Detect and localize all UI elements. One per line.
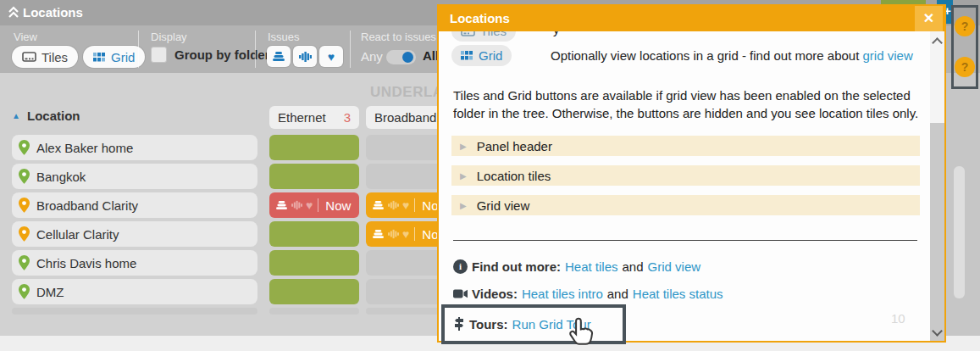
clipped-tiles-row: Tiles y: [451, 31, 706, 44]
accordion-panel-header[interactable]: ▶ Panel header: [451, 136, 920, 156]
view-group-label: View: [14, 31, 37, 43]
toolbar-separator: [255, 31, 256, 68]
grid-description-text: Optionally view locations in a grid - fi…: [551, 48, 859, 63]
status-cell-ethernet[interactable]: [269, 250, 359, 276]
toggle-knob: [402, 52, 413, 63]
scroll-up-icon[interactable]: [932, 37, 943, 48]
help-dialog: Locations ✕ Tiles y Grid Optionally view…: [437, 4, 946, 343]
heat-tiles-intro-link[interactable]: Heat tiles intro: [522, 287, 603, 301]
video-camera-icon: [453, 289, 468, 298]
location-pin-green-icon: [19, 255, 30, 270]
clipped-text-fragment: y: [553, 31, 560, 36]
status-cell-ethernet[interactable]: [269, 221, 359, 247]
panel-title: Locations: [23, 0, 83, 25]
videos-label: Videos:: [472, 287, 518, 301]
group-by-folder-checkbox[interactable]: [151, 47, 167, 63]
dialog-header[interactable]: Locations ✕: [439, 6, 944, 31]
location-row[interactable]: Chris Davis home: [12, 250, 257, 276]
help-button-top[interactable]: ?: [955, 16, 975, 36]
main-scrollbar[interactable]: [954, 166, 965, 298]
ethernet-column-header[interactable]: Ethernet 3: [269, 106, 359, 129]
ethernet-issue-count: 3: [344, 110, 351, 125]
issues-group-label: Issues: [268, 31, 300, 43]
cell-divider: [414, 198, 415, 212]
close-dialog-button[interactable]: ✕: [915, 6, 943, 31]
accordion-label: Panel header: [477, 139, 552, 153]
status-cell-ethernet[interactable]: [269, 164, 359, 189]
tiles-view-button[interactable]: Tiles: [12, 46, 78, 68]
heart-icon: ♥: [328, 51, 335, 63]
conjunction: and: [623, 259, 644, 274]
collapse-panel-icon[interactable]: [7, 6, 20, 22]
accordion-arrow-icon: ▶: [460, 201, 467, 210]
dialog-page-number: 10: [891, 311, 905, 326]
grid-icon: [461, 51, 473, 60]
toolbar-separator: [350, 31, 351, 68]
signal-issue-filter-button[interactable]: [293, 46, 317, 67]
location-name: DMZ: [36, 285, 64, 299]
heat-tiles-link[interactable]: Heat tiles: [565, 259, 618, 274]
location-row[interactable]: DMZ: [12, 279, 257, 304]
load-issue-filter-button[interactable]: [267, 46, 291, 67]
react-toggle[interactable]: [386, 50, 416, 64]
location-row[interactable]: Alex Baker home: [12, 135, 257, 160]
status-cell-ethernet[interactable]: [269, 279, 359, 304]
dialog-paragraph: Tiles and Grid buttons are available if …: [453, 86, 921, 122]
react-group-label: React to issues: [361, 31, 436, 43]
status-cell-ethernet[interactable]: [269, 135, 359, 160]
hand-cursor-icon: [566, 315, 600, 347]
signal-issue-icon: [291, 200, 302, 210]
cell-divider: [414, 227, 415, 241]
react-any-label: Any: [361, 49, 383, 64]
info-icon: i: [453, 259, 468, 274]
sort-ascending-icon[interactable]: ▲: [12, 111, 20, 120]
location-pin-green-icon: [19, 169, 30, 184]
accordion-grid-view[interactable]: ▶ Grid view: [451, 195, 920, 215]
location-name: Bangkok: [36, 170, 86, 184]
health-issue-filter-button[interactable]: ♥: [319, 46, 343, 67]
divider: [453, 240, 917, 241]
help-button-bottom[interactable]: ?: [955, 57, 975, 77]
accordion-location-tiles[interactable]: ▶ Location tiles: [451, 165, 920, 186]
location-pin-orange-icon: [19, 226, 30, 242]
location-row[interactable]: Bangkok: [12, 164, 257, 189]
partial-row-fragment: [12, 308, 257, 315]
status-cell-ethernet[interactable]: ♥ Now: [269, 192, 359, 218]
tiles-icon: [22, 50, 36, 64]
location-name: Broadband Clarity: [36, 198, 138, 213]
grid-view-button[interactable]: Grid: [83, 46, 145, 68]
signal-issue-icon: [388, 200, 399, 210]
location-name: Chris Davis home: [36, 256, 136, 270]
toolbar-separator: [138, 31, 139, 68]
find-out-more-label: Find out more:: [472, 259, 561, 274]
location-row[interactable]: Cellular Clarity: [12, 221, 257, 247]
dialog-title: Locations: [450, 6, 510, 31]
tiles-icon: [461, 31, 475, 36]
load-issue-icon: [372, 229, 385, 239]
grid-view-link[interactable]: grid view: [863, 48, 913, 63]
location-row[interactable]: Broadband Clarity: [12, 192, 257, 218]
location-column-header[interactable]: Location: [27, 109, 80, 123]
location-name: Alex Baker home: [36, 141, 133, 155]
accordion-label: Location tiles: [477, 169, 551, 183]
accordion-arrow-icon: ▶: [460, 142, 467, 151]
location-pin-green-icon: [19, 284, 30, 299]
location-pin-green-icon: [19, 140, 30, 155]
videos-row: Videos: Heat tiles intro and Heat tiles …: [453, 284, 723, 303]
tiles-button-label: Tiles: [42, 50, 68, 64]
location-name: Cellular Clarity: [36, 227, 119, 242]
load-issue-icon: [372, 200, 385, 210]
close-icon: ✕: [923, 11, 934, 25]
app-screen: Locations View Tiles Grid Display Group …: [0, 0, 980, 351]
partial-cell-fragment: [269, 308, 359, 315]
tiles-help-pill: Tiles: [451, 31, 516, 42]
grid-view-doc-link[interactable]: Grid view: [648, 259, 701, 274]
cell-divider: [318, 198, 318, 212]
dialog-scrollbar[interactable]: [930, 31, 944, 341]
display-group-label: Display: [151, 31, 187, 43]
dialog-scrollbar-thumb[interactable]: [930, 123, 944, 341]
find-out-more-row: i Find out more: Heat tiles and Grid vie…: [453, 257, 700, 276]
accordion-arrow-icon: ▶: [460, 171, 467, 181]
ethernet-column-label: Ethernet: [278, 110, 326, 125]
heat-tiles-status-link[interactable]: Heat tiles status: [633, 287, 723, 301]
